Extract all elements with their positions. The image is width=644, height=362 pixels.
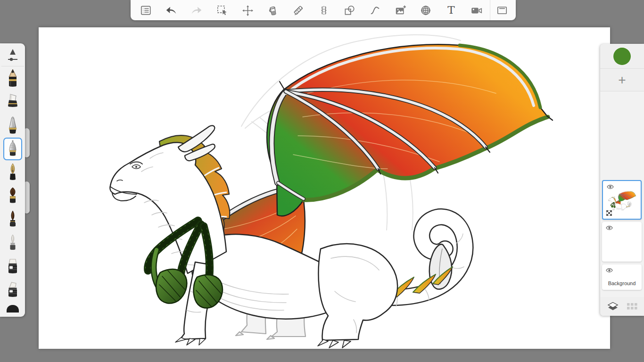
toolbar-divider (490, 0, 490, 20)
perspective-button[interactable] (413, 0, 438, 20)
brush-pencil[interactable] (1, 66, 24, 90)
visibility-eye-icon[interactable] (605, 267, 613, 273)
brush-airbrush[interactable] (1, 114, 24, 137)
selection-icon (216, 4, 228, 16)
redo-icon (190, 4, 203, 16)
guides-tool-button[interactable] (286, 0, 311, 20)
symmetry-tool-button[interactable] (311, 0, 337, 20)
canvas-view-button[interactable] (491, 0, 513, 20)
perspective-icon (420, 4, 432, 16)
undo-button[interactable] (158, 0, 184, 20)
next-brush-peek[interactable] (7, 305, 19, 313)
brush-dry-brush[interactable] (1, 231, 24, 255)
time-lapse-icon (470, 4, 483, 16)
current-color-swatch[interactable] (613, 48, 631, 65)
symmetry-icon (318, 4, 330, 16)
shapes-tool-button[interactable] (337, 0, 362, 20)
add-layer-button[interactable]: + (600, 69, 644, 91)
brush-round-brush[interactable] (1, 184, 24, 208)
import-image-icon (394, 4, 406, 16)
ink-pen-icon (6, 163, 20, 182)
layer-item-1[interactable] (602, 180, 642, 220)
app-window: { "colors": { "workspace_bg": "#7f7f7f",… (0, 0, 644, 362)
time-lapse-button[interactable] (464, 0, 489, 20)
text-tool-button[interactable]: T (438, 0, 464, 20)
layer-item-2[interactable] (602, 222, 642, 262)
brush-settings-button[interactable] (1, 44, 24, 66)
shapes-icon (343, 4, 355, 16)
brush-panel (0, 43, 25, 317)
layer-item-background[interactable]: Background (602, 264, 642, 290)
canvas[interactable] (39, 27, 610, 349)
selection-tool-button[interactable] (209, 0, 235, 20)
visibility-eye-icon[interactable] (605, 225, 613, 231)
fill-bucket-icon (267, 4, 279, 16)
layers-panel-footer (600, 297, 644, 316)
transform-icon (241, 4, 254, 16)
layers-icon[interactable] (607, 302, 619, 311)
pencil-icon (6, 68, 20, 88)
angled-marker-icon (6, 280, 20, 300)
steady-stroke-button[interactable] (362, 0, 388, 20)
selected-brush-ring (3, 138, 22, 160)
airbrush-icon (6, 115, 20, 135)
import-image-button[interactable] (388, 0, 413, 20)
brush-angled-marker[interactable] (1, 279, 24, 302)
steady-stroke-icon (369, 4, 381, 16)
transform-tool-button[interactable] (235, 0, 260, 20)
transparency-checker-icon (606, 210, 612, 216)
text-tool-icon: T (447, 5, 454, 16)
undo-icon (165, 4, 177, 16)
background-layer-label: Background (602, 280, 642, 286)
menu-button[interactable] (133, 0, 158, 20)
round-brush-icon (6, 186, 20, 206)
canvas-view-icon (496, 4, 508, 16)
ruler-guides-icon (292, 4, 305, 16)
fill-tool-button[interactable] (260, 0, 286, 20)
layers-list: Background (600, 91, 644, 297)
redo-button[interactable] (184, 0, 209, 20)
eraser-icon (6, 92, 20, 112)
dry-brush-icon (6, 233, 20, 253)
dragon-artwork (39, 27, 610, 349)
brush-ink-pen[interactable] (1, 161, 24, 184)
grid-icon[interactable] (627, 303, 637, 310)
color-swatch-row (600, 44, 644, 69)
add-layer-label: + (618, 73, 626, 88)
pointed-brush-icon (6, 210, 20, 230)
brush-eraser[interactable] (1, 90, 24, 114)
ballpoint-pen-icon (6, 140, 20, 158)
chisel-marker-icon (6, 257, 20, 277)
brush-ballpoint-pen[interactable] (1, 137, 24, 161)
brush-chisel-marker[interactable] (1, 255, 24, 279)
top-toolbar: T (131, 0, 516, 20)
layers-panel: + (600, 44, 644, 316)
menu-icon (140, 4, 152, 16)
brush-settings-icon (6, 46, 20, 65)
brush-pointed-brush[interactable] (1, 208, 24, 231)
